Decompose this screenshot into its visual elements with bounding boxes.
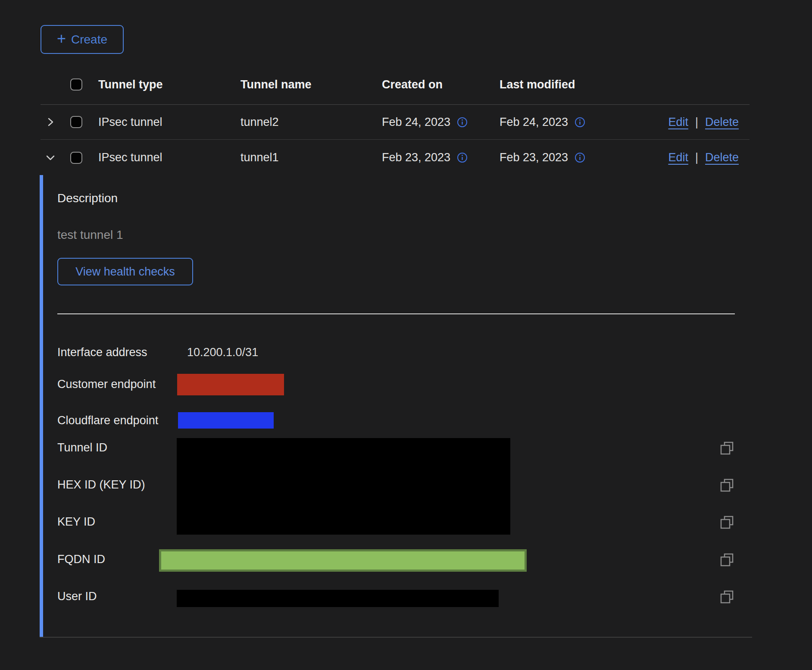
tunnel-name-cell: tunnel2 xyxy=(240,116,382,129)
divider xyxy=(40,637,752,638)
user-id-label: User ID xyxy=(57,590,97,603)
create-button[interactable]: + Create xyxy=(41,25,124,54)
create-button-label: Create xyxy=(71,33,107,47)
info-icon[interactable] xyxy=(457,117,468,128)
edit-link[interactable]: Edit xyxy=(668,151,688,164)
tunnels-table: Tunnel type Tunnel name Created on Last … xyxy=(41,65,750,175)
cloudflare-endpoint-redacted-value xyxy=(178,412,274,429)
column-header-tunnel-type: Tunnel type xyxy=(98,78,240,91)
view-health-checks-button[interactable]: View health checks xyxy=(57,258,193,285)
ids-redacted-value xyxy=(177,438,510,535)
copy-user-id-button[interactable] xyxy=(720,589,735,604)
table-row: IPsec tunnel tunnel2 Feb 24, 2023 Feb 24… xyxy=(41,105,750,140)
table-header-row: Tunnel type Tunnel name Created on Last … xyxy=(41,65,750,105)
column-header-tunnel-name: Tunnel name xyxy=(240,78,382,91)
customer-endpoint-label: Customer endpoint xyxy=(57,378,156,391)
user-id-redacted-value xyxy=(177,590,499,607)
description-label: Description xyxy=(57,191,118,205)
tunnel-name-cell: tunnel1 xyxy=(240,151,382,164)
cloudflare-endpoint-label: Cloudflare endpoint xyxy=(57,414,158,427)
table-row: IPsec tunnel tunnel1 Feb 23, 2023 Feb 23… xyxy=(41,140,750,175)
edit-link[interactable]: Edit xyxy=(668,116,688,129)
info-icon[interactable] xyxy=(457,152,468,163)
copy-hex-id-button[interactable] xyxy=(720,477,735,493)
divider xyxy=(57,313,735,314)
last-modified-cell: Feb 24, 2023 xyxy=(500,116,568,129)
chevron-right-icon[interactable] xyxy=(45,116,56,128)
fqdn-id-redacted-value xyxy=(159,549,527,572)
tunnel-id-label: Tunnel ID xyxy=(57,441,107,454)
created-on-cell: Feb 24, 2023 xyxy=(382,116,450,129)
tunnel-detail-panel: Description test tunnel 1 View health ch… xyxy=(40,175,756,637)
row-checkbox[interactable] xyxy=(70,116,82,128)
created-on-cell: Feb 23, 2023 xyxy=(382,151,450,164)
plus-icon: + xyxy=(57,31,66,47)
tunnel-type-cell: IPsec tunnel xyxy=(98,151,240,164)
customer-endpoint-redacted-value xyxy=(177,374,284,395)
copy-key-id-button[interactable] xyxy=(720,514,735,530)
delete-link[interactable]: Delete xyxy=(705,151,739,164)
copy-tunnel-id-button[interactable] xyxy=(720,440,735,456)
last-modified-cell: Feb 23, 2023 xyxy=(500,151,568,164)
interface-address-value: 10.200.1.0/31 xyxy=(187,346,258,359)
chevron-down-icon[interactable] xyxy=(45,152,56,163)
column-header-last-modified: Last modified xyxy=(500,78,739,91)
link-separator: | xyxy=(695,116,698,129)
key-id-label: KEY ID xyxy=(57,515,95,529)
tunnel-type-cell: IPsec tunnel xyxy=(98,116,240,129)
info-icon[interactable] xyxy=(575,152,585,163)
delete-link[interactable]: Delete xyxy=(705,116,739,129)
copy-fqdn-id-button[interactable] xyxy=(720,552,735,567)
select-all-checkbox[interactable] xyxy=(70,78,82,91)
link-separator: | xyxy=(695,151,698,164)
description-value: test tunnel 1 xyxy=(57,228,123,242)
hex-id-label: HEX ID (KEY ID) xyxy=(57,478,145,492)
interface-address-label: Interface address xyxy=(57,346,147,359)
row-checkbox[interactable] xyxy=(70,152,82,164)
fqdn-id-label: FQDN ID xyxy=(57,553,105,566)
column-header-created-on: Created on xyxy=(382,78,500,91)
info-icon[interactable] xyxy=(575,117,585,128)
